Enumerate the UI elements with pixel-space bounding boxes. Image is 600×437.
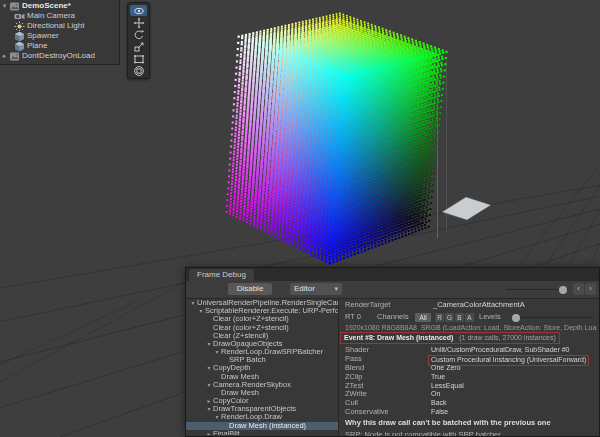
disable-button[interactable]: Disable [228,283,272,295]
channels-label: Channels [377,311,409,323]
batch-break-reason: SRP: Node is not compatible with SRP bat… [345,430,597,437]
hierarchy-scene-row[interactable]: ▾ DemoScene* [0,1,119,11]
render-target-label: RenderTarget [345,299,390,311]
tree-item-clear-color-z-stencil[interactable]: Clear (color+Z+stencil) [186,315,338,323]
foldout-open-icon[interactable]: ▾ [189,299,197,307]
foldout-open-icon[interactable]: ▾ [213,348,221,356]
tab-frame-debug[interactable]: Frame Debug [189,269,254,281]
foldout-closed-icon[interactable]: ▸ [205,430,213,435]
hierarchy-item-main-camera[interactable]: Main Camera [0,11,119,21]
tree-item-copydepth[interactable]: ▾CopyDepth [186,364,338,372]
tree-item-srp-batch[interactable]: SRP Batch [186,356,338,364]
scene-icon [9,51,20,61]
scale-tool[interactable] [130,41,147,52]
foldout-open-icon[interactable]: ▾ [205,340,213,348]
tree-item-clear-color-z-stencil[interactable]: Clear (color+Z+stencil) [186,324,338,332]
chevron-down-icon: ▾ [334,283,338,295]
hierarchy-item-label: Main Camera [27,11,75,21]
tree-item-copycolor[interactable]: ▸CopyColor [186,397,338,405]
hierarchy-item-plane[interactable]: Plane [0,41,119,51]
tree-item-label: RenderLoop.Draw [221,413,282,421]
rect-tool-icon [133,53,145,65]
foldout-open-icon[interactable]: ▾ [205,381,213,389]
tree-item-finalblit[interactable]: ▸FinalBlit [186,430,338,435]
batch-break-section: Why this draw call can't be batched with… [345,418,597,436]
channel-a-button[interactable]: A [465,313,474,322]
foldout-open-icon[interactable]: ▾ [197,307,205,315]
tree-item-label: RenderLoop.DrawSRPBatcher [221,348,323,356]
property-value: On [431,390,440,399]
hierarchy-dontdestroyonload-row[interactable]: ▸ DontDestroyOnLoad [0,51,119,61]
hierarchy-item-label: Spawner [27,31,59,41]
tree-item-universalrenderpipeline-rendersinglecamera-9[interactable]: ▾UniversalRenderPipeline.RenderSingleCam… [186,299,338,307]
channels-all-button[interactable]: All [415,313,431,322]
render-target-dropdown[interactable]: _CameraColorAttachmentA [433,299,525,311]
tree-item-label: CopyColor [213,397,248,405]
event-details: RenderTarget _CameraColorAttachmentA RT … [339,299,599,436]
transform-tool[interactable] [130,65,147,76]
property-row-ztest: ZTestLessEqual [339,382,599,391]
channel-g-button[interactable]: G [445,313,454,322]
tree-item-label: ScriptableRenderer.Execute: URP-Performa… [205,307,338,315]
foldout-open-icon[interactable]: ▾ [205,364,213,372]
foldout-closed-icon[interactable]: ▸ [205,397,213,405]
tree-item-renderloop-drawsrpbatcher[interactable]: ▾RenderLoop.DrawSRPBatcher [186,348,338,356]
foldout-open-icon[interactable]: ▾ [213,413,221,421]
tree-item-drawopaqueobjects[interactable]: ▾DrawOpaqueObjects [186,340,338,348]
view-tool-active[interactable] [130,5,147,16]
tree-item-label: DrawTransparentObjects [213,405,296,413]
tree-item-label: Camera.RenderSkybox [213,381,291,389]
tree-item-label: Draw Mesh [221,389,259,397]
tree-indent-spacer [205,332,213,340]
event-slider[interactable] [506,289,568,290]
transform-tool-icon [133,65,145,77]
channel-b-button[interactable]: B [455,313,464,322]
channel-r-button[interactable]: R [435,313,444,322]
foldout-open-icon[interactable]: ▾ [0,1,9,11]
levels-slider[interactable] [513,317,593,318]
event-meta: (1 draw calls, 27000 instances) [459,334,556,341]
tree-item-label: Clear (color+Z+stencil) [213,324,289,332]
property-value: Back [431,399,447,408]
hierarchy-panel: ▾ DemoScene* Main CameraDirectional Ligh… [0,0,120,65]
tree-item-draw-mesh[interactable]: Draw Mesh [186,373,338,381]
event-header-highlight: Event #8: Draw Mesh (instanced) (1 draw … [340,332,560,344]
foldout-open-icon[interactable]: ▾ [205,405,213,413]
tree-item-camera-renderskybox[interactable]: ▾Camera.RenderSkybox [186,381,338,389]
render-target-info: 1920x1080 R8G8B8A8_SRGB (LoadAction: Loa… [345,324,597,331]
camera-icon [14,11,25,21]
target-dropdown[interactable]: Editor ▾ [290,283,342,295]
tree-item-label: Clear (Z+stencil) [213,332,268,340]
hierarchy-item-directional-light[interactable]: Directional Light [0,21,119,31]
tree-item-renderloop-draw[interactable]: ▾RenderLoop.Draw [186,413,338,421]
rotate-tool[interactable] [130,29,147,40]
levels-slider-handle[interactable] [512,314,520,322]
rt-index-label: RT 0 [345,311,361,323]
move-tool[interactable] [130,17,147,28]
property-row-blend: BlendOne Zero [339,364,599,373]
tree-indent-spacer [213,373,221,381]
tree-item-label: Draw Mesh (instanced) [229,422,306,430]
hierarchy-items: Main CameraDirectional LightSpawnerPlane [0,11,119,51]
light-icon [14,21,25,31]
hierarchy-item-spawner[interactable]: Spawner [0,31,119,41]
tree-item-label: SRP Batch [229,356,266,364]
previous-event-button[interactable]: ‹ [573,283,584,295]
event-tree: ▾UniversalRenderPipeline.RenderSingleCam… [186,299,339,435]
rect-tool[interactable] [130,53,147,64]
tree-item-label: Clear (color+Z+stencil) [213,315,289,323]
tree-item-drawtransparentobjects[interactable]: ▾DrawTransparentObjects [186,405,338,413]
property-row-shader: ShaderUnlit/CustomProceduralDraw, SubSha… [339,346,599,355]
frame-debugger-tabbar: Frame Debug [186,268,599,281]
tree-item-clear-z-stencil[interactable]: Clear (Z+stencil) [186,332,338,340]
hierarchy-item-label: Directional Light [27,21,84,31]
event-slider-handle[interactable] [559,286,567,294]
foldout-closed-icon[interactable]: ▸ [0,51,9,61]
tree-item-draw-mesh-instanced[interactable]: Draw Mesh (instanced) [186,422,338,430]
dontdestroyonload-label: DontDestroyOnLoad [22,51,95,61]
next-event-button[interactable]: › [585,283,596,295]
tree-item-scriptablerenderer-execute-urp-performan[interactable]: ▾ScriptableRenderer.Execute: URP-Perform… [186,307,338,315]
tree-item-draw-mesh[interactable]: Draw Mesh [186,389,338,397]
tree-indent-spacer [221,356,229,364]
property-row-zclip: ZClipTrue [339,373,599,382]
